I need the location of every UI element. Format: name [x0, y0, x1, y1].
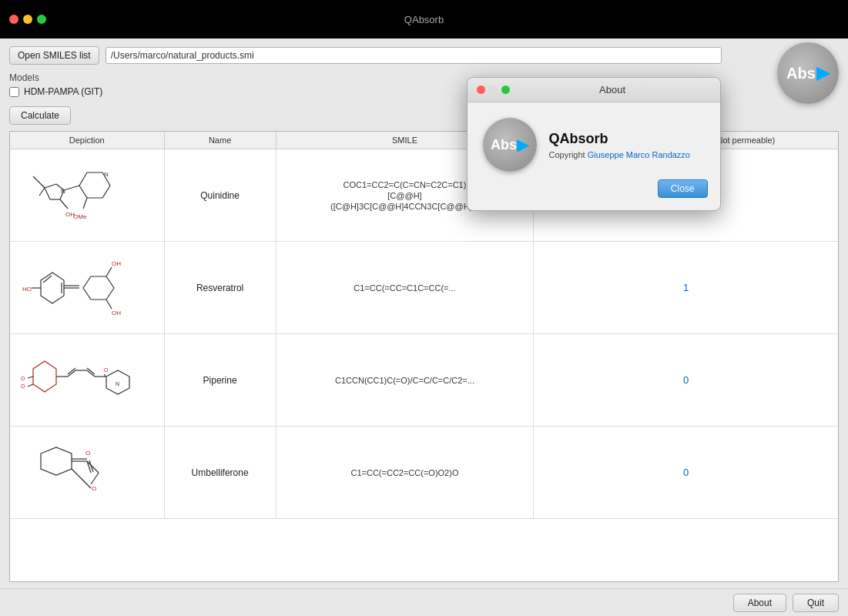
svg-text:O: O: [85, 450, 90, 457]
svg-text:N: N: [104, 171, 109, 178]
svg-marker-23: [83, 276, 114, 300]
author-link[interactable]: Giuseppe Marco Randazzo: [588, 150, 690, 159]
hdm-pampa-checkbox[interactable]: [9, 87, 19, 97]
col-depiction: Depiction: [10, 132, 164, 149]
svg-line-6: [45, 188, 50, 199]
svg-line-51: [72, 469, 91, 488]
close-button[interactable]: [9, 15, 18, 24]
open-smiles-button[interactable]: Open SMILES list: [9, 46, 99, 65]
app-logo: Abs ▶: [777, 42, 839, 104]
models-section: Models HDM-PAMPA (GIT): [0, 69, 848, 102]
dialog-logo-text: Abs ▶: [491, 136, 528, 154]
svg-line-1: [33, 176, 37, 180]
app-window: Open SMILES list Abs ▶ Models HDM-PAMPA …: [0, 38, 848, 616]
svg-marker-28: [33, 361, 56, 392]
svg-text:O: O: [21, 383, 25, 389]
svg-marker-16: [41, 273, 64, 303]
title-bar: QAbsorb: [0, 0, 848, 38]
name-quinidine: Quinidine: [164, 149, 276, 242]
umbelliferone-molecule-svg: O O: [18, 430, 156, 515]
svg-line-26: [106, 300, 112, 309]
svg-line-10: [39, 188, 45, 196]
svg-line-30: [28, 377, 33, 378]
svg-text:N: N: [61, 188, 65, 195]
dialog-logo-arrow-icon: ▶: [517, 136, 528, 154]
svg-text:OH: OH: [112, 310, 121, 316]
smiles-text-resveratrol: C1=CC(=CC=C1C=CC(=...: [354, 283, 455, 293]
name-resveratrol: Resveratrol: [164, 242, 276, 334]
svg-text:O: O: [92, 485, 96, 492]
about-button[interactable]: About: [733, 594, 786, 612]
svg-line-8: [60, 199, 68, 209]
svg-line-17: [43, 276, 52, 283]
dialog-copyright: Copyright Giuseppe Marco Randazzo: [549, 150, 690, 159]
svg-line-12: [64, 186, 79, 190]
value-resveratrol: 1: [534, 242, 838, 334]
svg-text:N: N: [116, 381, 119, 387]
window-title: QAbsorb: [404, 14, 444, 25]
depiction-umbelliferone: O O: [10, 427, 164, 519]
name-umbelliferone: Umbelliferone: [164, 427, 276, 519]
dialog-titlebar: About: [468, 78, 720, 102]
table-row: HO OH OH: [10, 242, 838, 334]
svg-line-14: [83, 198, 87, 209]
about-dialog: About Abs ▶ QAbsorb Copyright Giuseppe M…: [467, 77, 721, 211]
svg-marker-44: [41, 447, 72, 475]
piperine-molecule-svg: O O: [18, 338, 156, 423]
smiles-text-piperine: C1CCN(CC1)C(=O)/C=C/C=C/C2=...: [335, 376, 474, 385]
svg-text:HO: HO: [22, 286, 32, 293]
depiction-piperine: O O: [10, 334, 164, 427]
quit-button[interactable]: Quit: [793, 594, 839, 612]
dialog-traffic-lights[interactable]: [477, 85, 510, 94]
svg-text:O: O: [104, 367, 109, 373]
file-path-input[interactable]: [106, 47, 722, 64]
dialog-close-button[interactable]: Close: [658, 179, 708, 198]
dialog-app-name: QAbsorb: [549, 131, 690, 147]
dialog-body: Abs ▶ QAbsorb Copyright Giuseppe Marco R…: [468, 102, 720, 179]
svg-line-0: [37, 180, 45, 188]
minimize-button[interactable]: [23, 15, 32, 24]
dialog-title: About: [514, 84, 711, 95]
maximize-button[interactable]: [37, 15, 46, 24]
logo-arrow-icon: ▶: [816, 63, 830, 83]
bottom-bar: About Quit: [0, 588, 848, 616]
table-row: O O Umbelliferon: [10, 427, 838, 519]
smiles-umbelliferone: C1=CC(=CC2=CC(=O)O2)O: [276, 427, 534, 519]
svg-text:O: O: [21, 376, 25, 381]
svg-line-49: [91, 473, 99, 484]
value-umbelliferone: 0: [534, 427, 838, 519]
calc-row: Calculate: [0, 102, 848, 131]
calculate-button[interactable]: Calculate: [9, 106, 71, 125]
dialog-max-traffic[interactable]: [501, 85, 510, 94]
svg-line-2: [45, 184, 56, 188]
traffic-lights[interactable]: [9, 15, 46, 24]
logo-text: Abs ▶: [786, 63, 830, 83]
svg-text:OH: OH: [112, 260, 121, 267]
depiction-quinidine: N OH N: [10, 149, 164, 242]
dialog-close-row: Close: [468, 179, 720, 198]
value-piperine: 0: [534, 334, 838, 427]
dialog-logo: Abs ▶: [483, 118, 537, 172]
name-piperine: Piperine: [164, 334, 276, 427]
quinidine-molecule-svg: N OH N: [18, 153, 156, 238]
col-name: Name: [164, 132, 276, 149]
svg-line-32: [28, 384, 33, 387]
svg-line-24: [106, 267, 112, 276]
smiles-text-umbelliferone: C1=CC(=CC2=CC(=O)O2)O: [350, 468, 458, 477]
smiles-resveratrol: C1=CC(=CC=C1C=CC(=...: [276, 242, 534, 334]
svg-text:OMe: OMe: [73, 213, 87, 220]
depiction-resveratrol: HO OH OH: [10, 242, 164, 334]
dialog-info: QAbsorb Copyright Giuseppe Marco Randazz…: [549, 131, 690, 159]
hdm-pampa-label: HDM-PAMPA (GIT): [24, 86, 102, 97]
smiles-text-quinidine: COC1=CC2=C(C=CN=C2C=C1)[C@@H]([C@H]3C[C@…: [330, 180, 479, 211]
resveratrol-molecule-svg: HO OH OH: [18, 246, 156, 330]
dialog-min-traffic: [489, 85, 498, 94]
smiles-piperine: C1CCN(CC1)C(=O)/C=C/C=C/C2=...: [276, 334, 534, 427]
table-row: O O: [10, 334, 838, 427]
dialog-close-traffic[interactable]: [477, 85, 485, 94]
toolbar: Open SMILES list Abs ▶: [0, 38, 848, 69]
